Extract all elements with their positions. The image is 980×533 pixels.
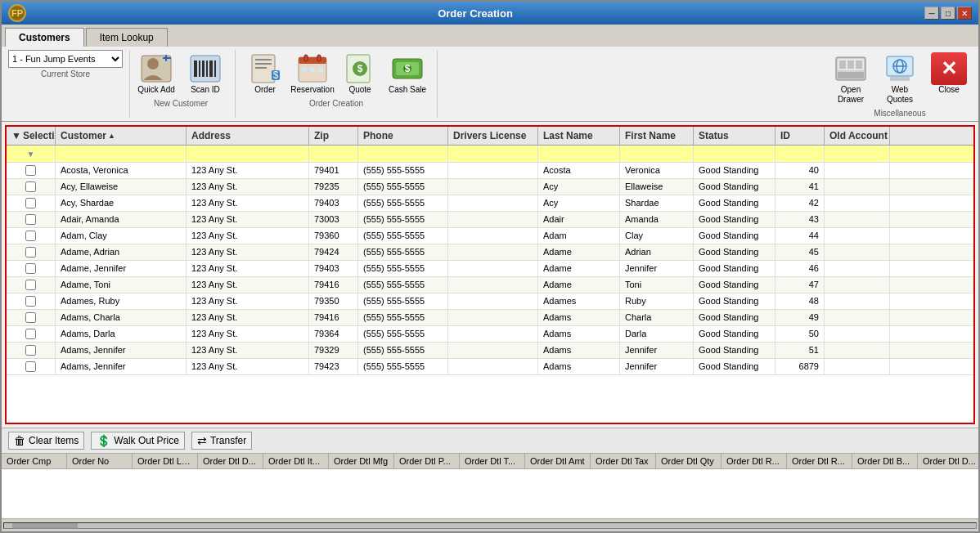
cell-checkbox[interactable] xyxy=(7,343,56,358)
col-header-drivers-license[interactable]: Drivers License xyxy=(448,127,538,145)
walk-out-price-label: Walk Out Price xyxy=(114,435,179,446)
svg-rect-41 xyxy=(890,77,910,81)
cell-last-name: Adair xyxy=(538,212,620,227)
order-col-header[interactable]: Order Dtl Amt xyxy=(525,454,591,468)
cell-id: 51 xyxy=(775,343,825,358)
cell-phone: (555) 555-5555 xyxy=(358,326,448,342)
order-col-header[interactable]: Order Cmp xyxy=(2,454,67,468)
tab-item-lookup[interactable]: Item Lookup xyxy=(86,28,168,47)
cell-checkbox[interactable] xyxy=(7,212,56,227)
filter-old-account[interactable] xyxy=(825,146,890,162)
filter-last-name[interactable] xyxy=(538,146,620,162)
table-row[interactable]: Adams, Jennifer 123 Any St. 79329 (555) … xyxy=(7,343,973,359)
scroll-track[interactable] xyxy=(3,522,977,529)
cash-sale-button[interactable]: $ Cash Sale xyxy=(384,50,430,97)
table-row[interactable]: Acy, Ellaweise 123 Any St. 79235 (555) 5… xyxy=(7,179,973,195)
col-header-customer[interactable]: Customer ▲ xyxy=(56,127,187,145)
filter-id[interactable] xyxy=(775,146,825,162)
cell-zip: 79401 xyxy=(309,163,358,178)
col-header-id[interactable]: ID xyxy=(775,127,825,145)
cell-checkbox[interactable] xyxy=(7,277,56,293)
cell-checkbox[interactable] xyxy=(7,179,56,195)
table-row[interactable]: Adair, Amanda 123 Any St. 73003 (555) 55… xyxy=(7,212,973,228)
order-col-header[interactable]: Order Dtl Mfg xyxy=(329,454,394,468)
cell-checkbox[interactable] xyxy=(7,261,56,276)
table-row[interactable]: Adams, Charla 123 Any St. 79416 (555) 55… xyxy=(7,310,973,326)
cell-checkbox[interactable] xyxy=(7,244,56,260)
main-content: Customers Item Lookup 1 - Fun Jump Event… xyxy=(2,25,978,531)
quote-button[interactable]: $ Quote xyxy=(337,50,383,97)
filter-phone[interactable] xyxy=(358,146,448,162)
filter-first-name[interactable] xyxy=(620,146,694,162)
filter-status[interactable] xyxy=(694,146,775,162)
tab-customers[interactable]: Customers xyxy=(5,28,84,47)
order-col-header[interactable]: Order Dtl T... xyxy=(460,454,525,468)
walk-out-price-button[interactable]: 💲 Walk Out Price xyxy=(91,432,185,450)
order-button[interactable]: $ Order xyxy=(242,50,288,97)
order-col-header[interactable]: Order Dtl D... xyxy=(918,454,978,468)
cell-checkbox[interactable] xyxy=(7,163,56,178)
miscellaneous-label: Miscellaneous xyxy=(874,109,925,118)
table-row[interactable]: Adames, Ruby 123 Any St. 79350 (555) 555… xyxy=(7,293,973,310)
filter-dl[interactable] xyxy=(448,146,538,162)
cell-last-name: Adams xyxy=(538,310,620,325)
order-col-header[interactable]: Order Dtl D... xyxy=(198,454,263,468)
filter-zip[interactable] xyxy=(309,146,358,162)
store-section: 1 - Fun Jump Events Current Store xyxy=(8,50,130,118)
cell-phone: (555) 555-5555 xyxy=(358,195,448,211)
table-row[interactable]: Adame, Jennifer 123 Any St. 79403 (555) … xyxy=(7,261,973,277)
cell-checkbox[interactable] xyxy=(7,228,56,244)
cell-first-name: Jennifer xyxy=(620,343,694,358)
cell-dl xyxy=(448,310,538,325)
order-col-header[interactable]: Order Dtl R... xyxy=(722,454,787,468)
maximize-button[interactable]: □ xyxy=(941,7,955,20)
order-col-header[interactable]: Order No xyxy=(67,454,133,468)
col-header-last-name[interactable]: Last Name xyxy=(538,127,620,145)
cell-checkbox[interactable] xyxy=(7,310,56,325)
open-drawer-button[interactable]: Open Drawer xyxy=(828,50,874,107)
open-drawer-icon xyxy=(833,52,869,85)
col-header-zip[interactable]: Zip xyxy=(309,127,358,145)
order-col-header[interactable]: Order Dtl B... xyxy=(852,454,918,468)
minimize-button[interactable]: ─ xyxy=(924,7,939,20)
scroll-thumb[interactable] xyxy=(12,523,78,528)
cell-checkbox[interactable] xyxy=(7,293,56,309)
table-row[interactable]: Adame, Adrian 123 Any St. 79424 (555) 55… xyxy=(7,244,973,261)
bottom-scrollbar[interactable] xyxy=(2,518,978,531)
order-col-header[interactable]: Order Dtl Qty xyxy=(656,454,722,468)
order-col-header[interactable]: Order Dtl Line xyxy=(133,454,198,468)
order-col-header[interactable]: Order Dtl P... xyxy=(394,454,460,468)
col-header-first-name[interactable]: First Name xyxy=(620,127,694,145)
web-quotes-button[interactable]: Web Quotes xyxy=(877,50,923,107)
col-header-old-account[interactable]: Old Account xyxy=(825,127,890,145)
order-col-header[interactable]: Order Dtl It... xyxy=(263,454,329,468)
store-select[interactable]: 1 - Fun Jump Events xyxy=(8,50,123,68)
cell-checkbox[interactable] xyxy=(7,359,56,374)
cell-checkbox[interactable] xyxy=(7,195,56,211)
table-row[interactable]: Adams, Jennifer 123 Any St. 79423 (555) … xyxy=(7,359,973,375)
cell-phone: (555) 555-5555 xyxy=(358,244,448,260)
table-row[interactable]: Adams, Darla 123 Any St. 79364 (555) 555… xyxy=(7,326,973,343)
scan-id-button[interactable]: Scan ID xyxy=(182,50,228,97)
window-close-button[interactable]: ✕ xyxy=(957,7,972,20)
col-header-address[interactable]: Address xyxy=(187,127,309,145)
scan-id-label: Scan ID xyxy=(191,85,220,95)
filter-customer[interactable] xyxy=(56,146,187,162)
col-header-status[interactable]: Status xyxy=(694,127,775,145)
filter-address[interactable] xyxy=(187,146,309,162)
clear-items-button[interactable]: 🗑 Clear Items xyxy=(8,432,84,450)
table-row[interactable]: Acosta, Veronica 123 Any St. 79401 (555)… xyxy=(7,163,973,179)
table-row[interactable]: Adam, Clay 123 Any St. 79360 (555) 555-5… xyxy=(7,228,973,244)
close-button[interactable]: ✕ Close xyxy=(926,50,972,107)
col-header-selection[interactable]: ▼ Selection xyxy=(7,127,56,145)
order-col-header[interactable]: Order Dtl R... xyxy=(787,454,852,468)
transfer-button[interactable]: ⇄ Transfer xyxy=(191,432,252,450)
quick-add-button[interactable]: Quick Add xyxy=(133,50,179,97)
col-header-phone[interactable]: Phone xyxy=(358,127,448,145)
order-col-header[interactable]: Order Dtl Tax xyxy=(591,454,656,468)
cell-checkbox[interactable] xyxy=(7,326,56,342)
reservation-button[interactable]: Reservation xyxy=(290,50,335,97)
table-row[interactable]: Acy, Shardae 123 Any St. 79403 (555) 555… xyxy=(7,195,973,212)
cell-address: 123 Any St. xyxy=(187,343,309,358)
table-row[interactable]: Adame, Toni 123 Any St. 79416 (555) 555-… xyxy=(7,277,973,293)
